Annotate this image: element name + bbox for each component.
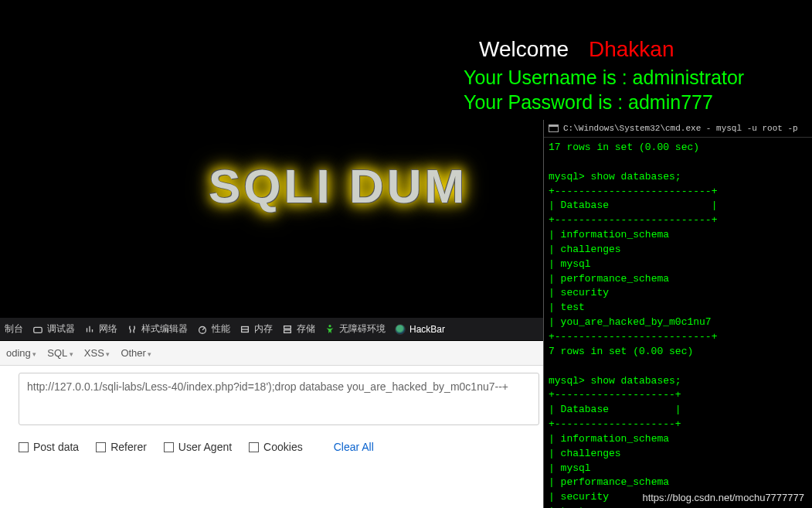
memory-icon [240, 324, 250, 335]
tab-memory[interactable]: 内存 [240, 322, 273, 336]
welcome-line: Welcome Dhakkan [479, 37, 674, 62]
checkbox-icon [164, 442, 174, 452]
cmd-db-row: mysql [549, 258, 591, 270]
check-referer[interactable]: Referer [96, 441, 147, 453]
welcome-name: Dhakkan [589, 37, 674, 61]
cmd-db-row: test [549, 302, 585, 313]
clear-all-link[interactable]: Clear All [334, 441, 374, 453]
cmd-db-row: performance_schema [549, 273, 669, 285]
tab-debugger[interactable]: 调试器 [32, 322, 75, 336]
tab-storage[interactable]: 存储 [282, 322, 315, 336]
tab-performance[interactable]: 性能 [197, 322, 230, 336]
url-input[interactable]: http://127.0.0.1/sqli-labs/Less-40/index… [19, 373, 539, 425]
cmd-line: +--------------------+ [549, 389, 681, 401]
check-label: User Agent [178, 441, 232, 453]
cmd-db-row: information_schema [549, 433, 669, 445]
cmd-window: C:\Windows\System32\cmd.exe - mysql -u r… [543, 120, 812, 508]
tab-label: 制台 [5, 322, 23, 336]
cmd-db-row: information_schema [549, 229, 669, 240]
svg-rect-4 [284, 329, 291, 332]
cmd-titlebar[interactable]: C:\Windows\System32\cmd.exe - mysql -u r… [544, 120, 812, 138]
cmd-line: +--------------------------+ [549, 186, 717, 197]
tab-label: 内存 [254, 322, 273, 336]
check-label: Referer [110, 441, 147, 453]
performance-icon [197, 324, 208, 335]
tab-network[interactable]: 网络 [84, 322, 117, 336]
tab-style-editor[interactable]: 样式编辑器 [127, 322, 188, 336]
menu-sql[interactable]: SQL [47, 347, 73, 359]
cmd-output[interactable]: 17 rows in set (0.00 sec) mysql> show da… [544, 138, 812, 508]
menu-encoding[interactable]: oding [6, 347, 36, 359]
cmd-line: +--------------------------+ [549, 331, 717, 343]
cmd-line: mysql> show databases; [549, 375, 681, 387]
tab-label: 样式编辑器 [141, 322, 188, 336]
network-icon [84, 324, 95, 335]
cmd-db-row: performance_schema [549, 476, 669, 488]
tab-label: 无障碍环境 [339, 322, 386, 336]
options-row: Post data Referer User Agent Cookies Cle… [19, 441, 374, 453]
cmd-db-row: challenges [549, 244, 621, 255]
cmd-line: +--------------------+ [549, 418, 681, 430]
cmd-icon [549, 124, 559, 132]
cmd-db-row: security [549, 491, 609, 503]
svg-rect-3 [284, 326, 291, 329]
cmd-db-row: you_are_hacked_by_m0c1nu7 [549, 316, 712, 328]
style-icon [127, 324, 138, 335]
welcome-label: Welcome [479, 37, 569, 61]
check-post-data[interactable]: Post data [19, 441, 79, 453]
check-label: Post data [33, 441, 79, 453]
checkbox-icon [96, 442, 106, 452]
checkbox-icon [19, 442, 29, 452]
accessibility-icon [324, 324, 335, 335]
sqli-logo: SQLI DUM [209, 159, 467, 213]
tab-label: 调试器 [47, 322, 75, 336]
cmd-line: mysql> show databases; [549, 171, 681, 182]
tab-label: 性能 [212, 322, 230, 336]
hackbar-icon [395, 324, 406, 335]
check-label: Cookies [263, 441, 303, 453]
storage-icon [282, 324, 293, 335]
username-line: Your Username is : administrator [464, 66, 744, 89]
checkbox-icon [249, 442, 259, 452]
tab-label: HackBar [409, 324, 445, 335]
tab-accessibility[interactable]: 无障碍环境 [324, 322, 386, 336]
svg-point-5 [328, 325, 331, 327]
cmd-line: 7 rows in set (0.00 sec) [549, 346, 693, 357]
cmd-title-text: C:\Windows\System32\cmd.exe - mysql -u r… [563, 124, 798, 133]
password-line: Your Password is : admin777 [464, 91, 713, 114]
cmd-db-row: security [549, 287, 609, 298]
tab-console[interactable]: 制台 [5, 322, 23, 336]
cmd-line: 17 rows in set (0.00 sec) [549, 141, 699, 153]
check-user-agent[interactable]: User Agent [164, 441, 232, 453]
cmd-db-row: mysql [549, 462, 591, 474]
tab-hackbar[interactable]: HackBar [395, 324, 445, 335]
cmd-line: | Database | [549, 404, 681, 415]
cmd-line: +--------------------------+ [549, 214, 717, 226]
debugger-icon [32, 324, 43, 335]
menu-xss[interactable]: XSS [84, 347, 110, 359]
cmd-line: | Database | [549, 199, 717, 211]
cmd-db-row: challenges [549, 448, 621, 459]
svg-rect-0 [34, 327, 42, 332]
menu-other[interactable]: Other [121, 347, 151, 359]
check-cookies[interactable]: Cookies [249, 441, 303, 453]
tab-label: 网络 [99, 322, 117, 336]
watermark-text: https://blog.csdn.net/mochu7777777 [642, 492, 804, 503]
tab-label: 存储 [297, 322, 315, 336]
